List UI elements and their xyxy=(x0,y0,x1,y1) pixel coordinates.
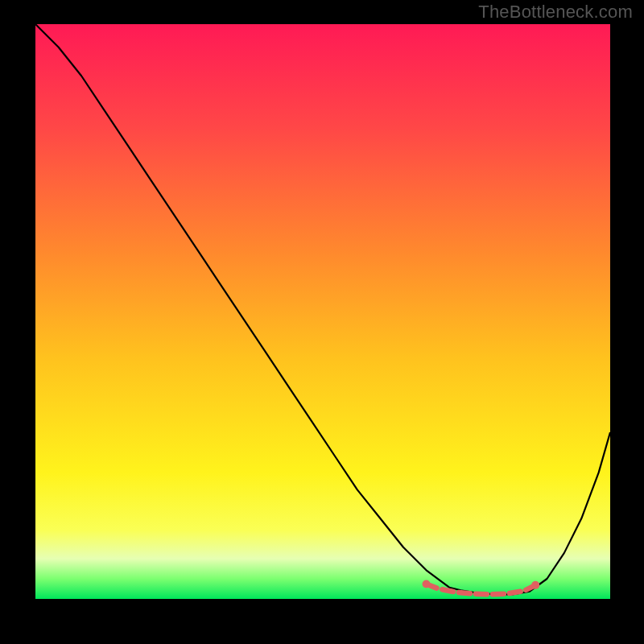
bottleneck-chart xyxy=(35,24,610,599)
watermark-text: TheBottleneck.com xyxy=(478,2,633,23)
optimal-range-endpoint xyxy=(423,580,431,588)
chart-plot-area xyxy=(35,24,610,599)
chart-background xyxy=(35,24,610,599)
optimal-range-endpoint xyxy=(531,581,539,589)
